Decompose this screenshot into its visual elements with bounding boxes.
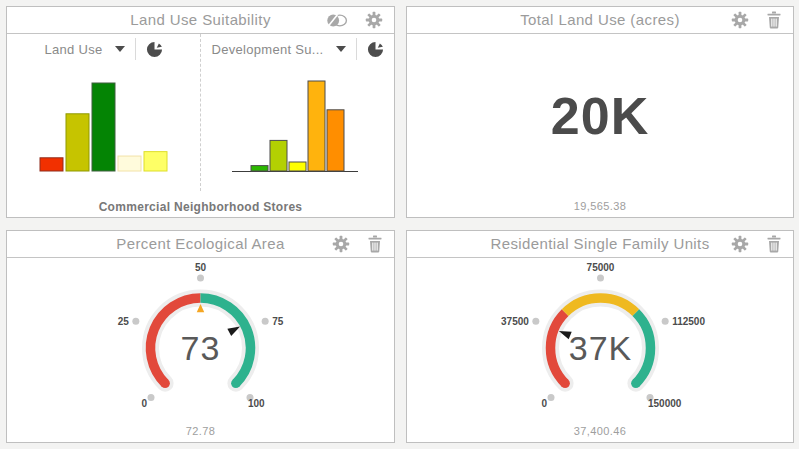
field-selector-row: Development Su... [201, 34, 394, 64]
suitability-body: Land Use Develop [7, 34, 394, 219]
panel-total-land-use: Total Land Use (acres) [406, 6, 794, 218]
pie-chart-icon[interactable] [146, 41, 163, 58]
trash-icon[interactable] [367, 235, 383, 253]
dropdown-label: Development Su... [211, 42, 323, 57]
svg-text:37K: 37K [569, 329, 633, 367]
header-icons [332, 231, 383, 257]
svg-text:75: 75 [272, 316, 284, 327]
trash-icon[interactable] [766, 11, 782, 29]
development-suitability-bar-chart [201, 64, 394, 191]
svg-text:112500: 112500 [672, 316, 705, 327]
svg-text:75000: 75000 [587, 262, 615, 273]
svg-text:150000: 150000 [648, 398, 682, 409]
gear-icon[interactable] [731, 235, 749, 253]
chevron-down-icon [336, 46, 346, 52]
visibility-off-icon[interactable] [326, 13, 348, 28]
category-label: Commercial Neighborhood Stores [7, 200, 394, 214]
eco-gauge-body: 025507510073 72.78 [7, 258, 394, 444]
development-suitability-subchart: Development Su... [201, 34, 394, 191]
chevron-down-icon [115, 46, 125, 52]
residential-single-family-units-gauge: 0375007500011250015000037K [407, 258, 794, 442]
dropdown-label: Land Use [44, 42, 102, 57]
svg-text:100: 100 [248, 398, 265, 409]
land-use-subchart: Land Use [7, 34, 200, 191]
panel-header: Land Use Suitability [7, 7, 394, 34]
svg-text:73: 73 [181, 329, 221, 367]
land-use-bar-chart [7, 64, 200, 191]
pie-chart-icon[interactable] [367, 41, 384, 58]
svg-text:37500: 37500 [501, 316, 529, 327]
divider [356, 38, 357, 60]
svg-text:50: 50 [195, 262, 207, 273]
development-suitability-field-dropdown[interactable]: Development Su... [211, 42, 345, 57]
panel-header: Percent Ecological Area [7, 231, 394, 258]
panel-header: Residential Single Family Units [407, 231, 793, 258]
panel-land-use-suitability: Land Use Suitability [6, 6, 395, 218]
panel-residential-single-family-units: Residential Single Family Units [406, 230, 794, 443]
gear-icon[interactable] [365, 11, 383, 29]
land-use-field-dropdown[interactable]: Land Use [44, 42, 124, 57]
percent-ecological-area-gauge: 025507510073 [7, 258, 394, 442]
exact-value: 37,400.46 [407, 425, 793, 437]
header-icons [731, 7, 782, 33]
panel-percent-ecological-area: Percent Ecological Area [6, 230, 395, 443]
total-land-use-body: 20K 19,565.38 [407, 34, 793, 219]
header-icons [326, 7, 383, 33]
trash-icon[interactable] [766, 235, 782, 253]
svg-text:25: 25 [118, 316, 130, 327]
panel-header: Total Land Use (acres) [407, 7, 793, 34]
residential-gauge-body: 0375007500011250015000037K 37,400.46 [407, 258, 793, 444]
svg-text:0: 0 [541, 398, 547, 409]
gear-icon[interactable] [731, 11, 749, 29]
divider [135, 38, 136, 60]
big-value: 20K [551, 86, 649, 146]
header-icons [731, 231, 782, 257]
gear-icon[interactable] [332, 235, 350, 253]
dashboard: Land Use Suitability [0, 0, 799, 449]
exact-value: 72.78 [7, 425, 394, 437]
svg-text:0: 0 [141, 398, 147, 409]
field-selector-row: Land Use [7, 34, 200, 64]
exact-value: 19,565.38 [407, 200, 793, 212]
